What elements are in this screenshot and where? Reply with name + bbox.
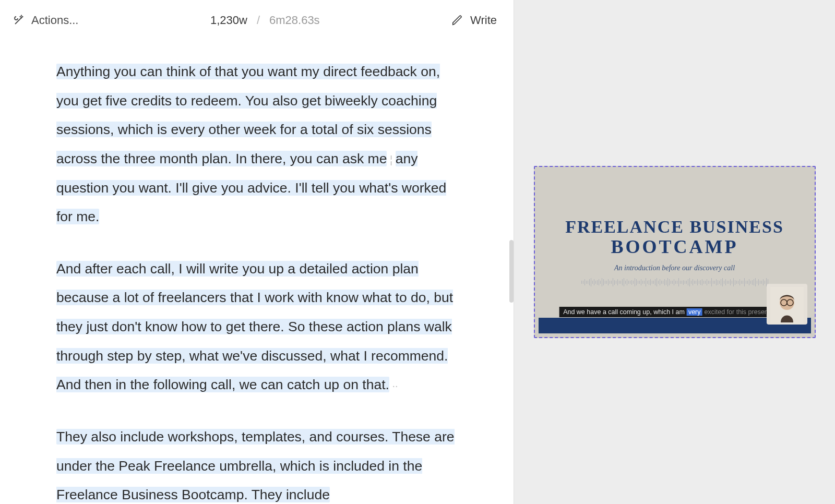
actions-icon xyxy=(13,14,25,27)
preview-pane: FREELANCE BUSINESS BOOTCAMP An introduct… xyxy=(514,0,835,504)
transcript-paragraph[interactable]: And after each call, I will write you up… xyxy=(56,255,457,400)
word-count: 1,230w xyxy=(210,14,247,27)
pencil-icon xyxy=(451,15,463,26)
write-label: Write xyxy=(470,14,497,27)
actions-label: Actions... xyxy=(31,14,78,27)
actions-button[interactable]: Actions... xyxy=(13,14,78,27)
caption-before: And we have a call coming up, which I am xyxy=(563,308,685,316)
scrollbar-thumb[interactable] xyxy=(509,240,514,303)
slide-title-line1: FREELANCE BUSINESS xyxy=(565,217,784,237)
video-caption: And we have a call coming up, which I am… xyxy=(559,307,790,317)
stats-display: 1,230w / 6m28.63s xyxy=(210,14,320,27)
time-count: 6m28.63s xyxy=(269,14,320,27)
presenter-thumbnail xyxy=(767,284,807,325)
stats-separator: / xyxy=(257,14,260,27)
slide-title-line2: BOOTCAMP xyxy=(565,236,784,258)
write-button[interactable]: Write xyxy=(451,14,497,27)
editor-pane: Actions... 1,230w / 6m28.63s Write Anyth… xyxy=(0,0,514,504)
transcript-paragraph[interactable]: They also include workshops, templates, … xyxy=(56,423,457,504)
transcript-paragraph[interactable]: Anything you can think of that you want … xyxy=(56,57,457,232)
transcript-area[interactable]: Anything you can think of that you want … xyxy=(0,37,514,504)
toolbar: Actions... 1,230w / 6m28.63s Write xyxy=(0,0,514,37)
caption-highlight: very xyxy=(687,308,702,316)
slide-title: FREELANCE BUSINESS BOOTCAMP xyxy=(565,217,784,258)
waveform-icon xyxy=(570,278,779,287)
slide-subtitle: An introduction before our discovery cal… xyxy=(614,264,735,272)
video-preview[interactable]: FREELANCE BUSINESS BOOTCAMP An introduct… xyxy=(534,166,816,338)
